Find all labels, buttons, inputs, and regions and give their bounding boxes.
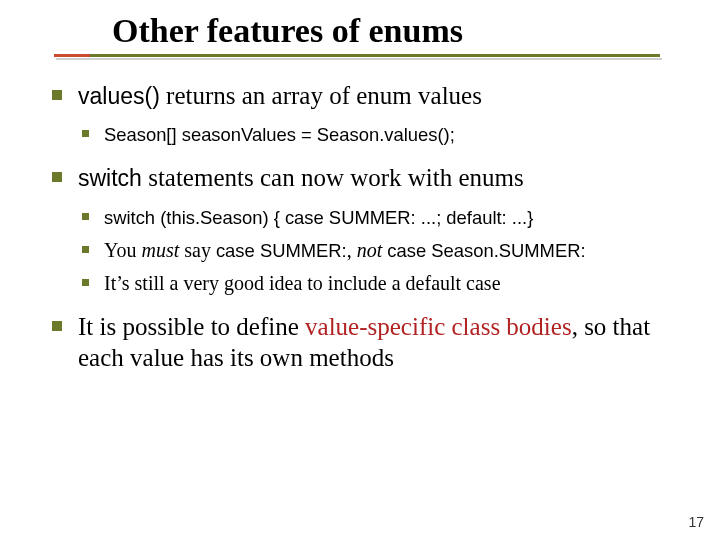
text-emph: not xyxy=(357,239,383,261)
sub-list: switch (this.Season) { case SUMMER: ...;… xyxy=(78,204,690,297)
code-values: values() xyxy=(78,83,160,109)
sub-item: You must say case SUMMER:, not case Seas… xyxy=(78,237,690,264)
sub-item: It’s still a very good idea to include a… xyxy=(78,270,690,297)
text-highlight: value-specific class bodies xyxy=(305,313,572,340)
text: It’s still a very good idea to include a… xyxy=(104,272,501,294)
underline-shadow xyxy=(56,58,662,60)
text: statements can now work with enums xyxy=(142,164,524,191)
slide-title: Other features of enums xyxy=(112,12,700,50)
sub-item: switch (this.Season) { case SUMMER: ...;… xyxy=(78,204,690,231)
text-emph: must xyxy=(141,239,179,261)
code-line: switch (this.Season) { case SUMMER: ...;… xyxy=(104,207,533,228)
text: say xyxy=(179,239,216,261)
bullet-value-bodies: It is possible to define value-specific … xyxy=(48,311,690,374)
text: You xyxy=(104,239,141,261)
slide-body: values() returns an array of enum values… xyxy=(48,80,690,387)
code-inline: case SUMMER: xyxy=(216,240,347,261)
code-inline: case Season.SUMMER: xyxy=(387,240,585,261)
bullet-values: values() returns an array of enum values… xyxy=(48,80,690,148)
page-number: 17 xyxy=(688,514,704,530)
code-switch: switch xyxy=(78,165,142,191)
text: returns an array of enum values xyxy=(160,82,482,109)
text: It is possible to define xyxy=(78,313,305,340)
sub-item: Season[] seasonValues = Season.values(); xyxy=(78,121,690,148)
slide: Other features of enums values() returns… xyxy=(0,0,720,540)
bullet-switch: switch statements can now work with enum… xyxy=(48,162,690,296)
underline-accent xyxy=(54,54,90,57)
text: , xyxy=(347,239,357,261)
sub-list: Season[] seasonValues = Season.values(); xyxy=(78,121,690,148)
underline-main xyxy=(54,54,660,57)
title-block: Other features of enums xyxy=(34,12,700,54)
code-line: Season[] seasonValues = Season.values(); xyxy=(104,124,455,145)
bullet-list: values() returns an array of enum values… xyxy=(48,80,690,373)
